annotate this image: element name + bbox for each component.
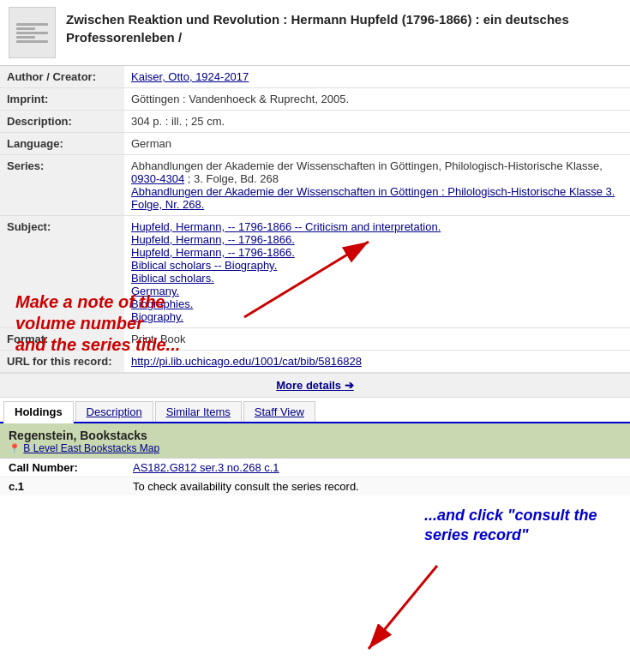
thumb-line: [16, 40, 48, 43]
call-number-link[interactable]: AS182.G812 ser.3 no.268 c.1: [133, 461, 279, 474]
holdings-location: Regenstein, Bookstacks: [9, 429, 621, 442]
subject-link-3[interactable]: Hupfeld, Hermann, -- 1796-1866.: [131, 246, 295, 259]
tab-staff-view[interactable]: Staff View: [243, 401, 315, 422]
series-full-link[interactable]: Abhandlungen der Akademie der Wissenscha…: [131, 185, 615, 211]
thumb-line: [16, 27, 35, 30]
tab-holdings[interactable]: Holdings: [3, 401, 74, 423]
tab-description[interactable]: Description: [75, 401, 153, 422]
subject-link-5[interactable]: Biblical scholars.: [131, 272, 214, 285]
book-thumbnail: [9, 7, 56, 58]
description-value: 304 p. : ill. ; 25 cm.: [124, 111, 630, 133]
series-number-link[interactable]: 0930-4304: [131, 172, 184, 185]
subject-link-4[interactable]: Biblical scholars -- Biography.: [131, 259, 277, 272]
author-label: Author / Creator:: [0, 66, 124, 88]
more-details-arrow: ➔: [345, 379, 354, 392]
tabs-bar: Holdings Description Similar Items Staff…: [0, 398, 630, 423]
holdings-section: Regenstein, Bookstacks B Level East Book…: [0, 423, 630, 458]
page-wrapper: Zwischen Reaktion und Revolution : Herma…: [0, 0, 630, 495]
language-row: Language: German: [0, 133, 630, 155]
header-area: Zwischen Reaktion und Revolution : Herma…: [0, 0, 630, 66]
call-number-value: AS182.G812 ser.3 no.268 c.1: [133, 461, 279, 474]
copy-label: c.1: [9, 480, 133, 493]
author-row: Author / Creator: Kaiser, Otto, 1924-201…: [0, 66, 630, 88]
imprint-value: Göttingen : Vandenhoeck & Ruprecht, 2005…: [124, 88, 630, 111]
author-value: Kaiser, Otto, 1924-2017: [124, 66, 630, 88]
imprint-row: Imprint: Göttingen : Vandenhoeck & Rupre…: [0, 88, 630, 111]
more-details-label: More details: [276, 379, 341, 392]
language-label: Language:: [0, 133, 124, 155]
thumb-line: [16, 23, 48, 26]
annotation-text-2: ...and click "consult theseries record": [424, 506, 621, 544]
more-details-link[interactable]: More details ➔: [276, 379, 353, 392]
more-details-row: More details ➔: [0, 373, 630, 398]
annotation-text-1: Make a note of the volume number and the…: [15, 291, 238, 356]
svg-line-3: [369, 566, 437, 649]
series-value: Abhandlungen der Akademie der Wissenscha…: [124, 155, 630, 216]
author-link[interactable]: Kaiser, Otto, 1924-2017: [131, 70, 249, 83]
call-number-row: Call Number: AS182.G812 ser.3 no.268 c.1: [0, 458, 630, 477]
tab-similar-items[interactable]: Similar Items: [155, 401, 242, 422]
description-label: Description:: [0, 111, 124, 133]
series-label: Series:: [0, 155, 124, 216]
thumb-line: [16, 36, 35, 39]
map-link[interactable]: B Level East Bookstacks Map: [23, 442, 159, 454]
description-row: Description: 304 p. : ill. ; 25 cm.: [0, 111, 630, 133]
imprint-label: Imprint:: [0, 88, 124, 111]
copy-text: To check availability consult the series…: [133, 480, 359, 493]
series-row: Series: Abhandlungen der Akademie der Wi…: [0, 155, 630, 216]
thumb-line: [16, 32, 48, 34]
record-url-link[interactable]: http://pi.lib.uchicago.edu/1001/cat/bib/…: [131, 355, 362, 368]
book-title: Zwischen Reaktion und Revolution : Herma…: [66, 7, 621, 58]
subject-link-1[interactable]: Hupfeld, Hermann, -- 1796-1866 -- Critic…: [131, 220, 441, 233]
subject-link-2[interactable]: Hupfeld, Hermann, -- 1796-1866.: [131, 233, 295, 246]
copy-row: c.1 To check availability consult the se…: [0, 477, 630, 495]
holdings-map-area: B Level East Bookstacks Map: [9, 442, 621, 454]
language-value: German: [124, 133, 630, 155]
call-number-label: Call Number:: [9, 461, 133, 474]
